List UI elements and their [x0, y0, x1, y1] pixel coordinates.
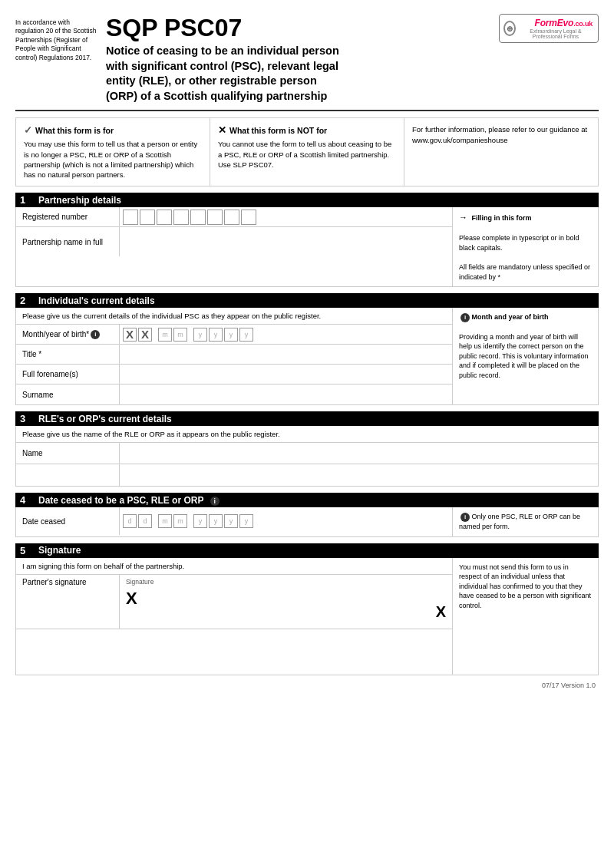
title-label: Title *	[16, 345, 120, 364]
logo-icon: ⊕	[503, 21, 516, 36]
date-ceased-label: Date ceased	[16, 507, 120, 535]
forename-input[interactable]	[123, 370, 449, 378]
reg-box-1[interactable]	[123, 210, 138, 225]
surname-row: Surname	[16, 384, 452, 404]
info-circle-icon[interactable]: i	[91, 330, 100, 339]
title-field[interactable]	[120, 345, 452, 364]
reg-box-7[interactable]	[224, 210, 239, 225]
s3-extra-row	[16, 464, 598, 486]
section-5-body: I am signing this form on behalf of the …	[15, 558, 599, 675]
title-row: Title *	[16, 345, 452, 365]
sig-note: I am signing this form on behalf of the …	[16, 558, 452, 575]
x-icon: ✕	[218, 124, 226, 136]
month-m2[interactable]: m	[173, 328, 187, 342]
logo: ⊕ FormEvo.co.uk Extraordinary Legal & Pr…	[499, 14, 599, 43]
section-2-header: 2 Individual's current details	[15, 293, 599, 308]
date-y2[interactable]: y	[209, 514, 223, 528]
s3-extra-field[interactable]	[120, 464, 598, 486]
date-d1[interactable]: d	[123, 514, 137, 528]
s2-sidenote-title: Month and year of birth	[472, 313, 549, 321]
surname-input[interactable]	[123, 391, 449, 399]
info-col-2: ✕ What this form is NOT for You cannot u…	[210, 118, 404, 186]
section-5-header: 5 Signature	[15, 543, 599, 558]
s3-name-input[interactable]	[123, 449, 595, 457]
section-5: 5 Signature I am signing this form on be…	[15, 543, 599, 675]
date-y3[interactable]: y	[224, 514, 238, 528]
section-2-info-note: Please give us the current details of th…	[16, 308, 452, 325]
s3-name-label: Name	[16, 443, 120, 464]
section-4-main: Date ceased d d m m y y y y	[16, 507, 452, 536]
section-5-sidenote: You must not send this form to us in res…	[452, 558, 598, 675]
section-4-num: 4	[20, 494, 32, 506]
partnership-name-field[interactable]	[120, 227, 452, 256]
reg-box-8[interactable]	[241, 210, 256, 225]
date-d2[interactable]: d	[138, 514, 152, 528]
s5-sidenote-body: You must not send this form to us in res…	[459, 563, 591, 609]
section-1-num: 1	[20, 194, 32, 206]
sidenote-body1: Please complete in typescript or in bold…	[459, 234, 579, 252]
s3-extra-label	[16, 464, 120, 486]
sig-x-left: X	[126, 589, 446, 609]
s4-sidenote-body: Only one PSC, RLE or ORP can be named pe…	[459, 513, 580, 530]
reg-box-2[interactable]	[140, 210, 155, 225]
form-code: SQP PSC07	[106, 14, 493, 42]
title-input[interactable]	[123, 350, 449, 358]
info-col-1-title: ✓ What this form is for	[24, 124, 202, 136]
section-2: 2 Individual's current details Please gi…	[15, 293, 599, 405]
header: In accordance with regulation 20 of the …	[15, 14, 599, 104]
info-col-3-body: For further information, please refer to…	[412, 124, 590, 145]
logo-text: FormEvo.co.uk	[519, 18, 593, 28]
section-3-header: 3 RLE's or ORP's current details	[15, 411, 599, 426]
s3-extra-input[interactable]	[123, 471, 595, 480]
logo-sub: Extraordinary Legal & Professional Forms	[519, 28, 593, 39]
section-1-sidenote: → Filling in this form Please complete i…	[452, 207, 598, 286]
partnership-name-input[interactable]	[123, 238, 449, 246]
month-m1[interactable]: m	[158, 328, 172, 342]
reg-box-6[interactable]	[207, 210, 223, 225]
date-m1[interactable]: m	[158, 514, 172, 528]
reg-box-4[interactable]	[173, 210, 189, 225]
partnership-name-row: Partnership name in full	[16, 227, 452, 256]
partnership-name-label: Partnership name in full	[16, 227, 120, 256]
month-year-boxes: X X m m y y y y	[123, 328, 253, 342]
section-5-main: I am signing this form on behalf of the …	[16, 558, 452, 675]
partner-sig-field[interactable]: Signature X X	[120, 575, 452, 629]
date-ceased-row: Date ceased d d m m y y y y	[16, 507, 452, 535]
section-4-info-icon[interactable]: i	[210, 497, 220, 506]
partner-sig-label: Partner's signature	[16, 575, 120, 629]
month-y1[interactable]: y	[193, 328, 207, 342]
info-col-2-body: You cannot use the form to tell us about…	[218, 139, 396, 170]
month-y2[interactable]: y	[209, 328, 223, 342]
date-m2[interactable]: m	[173, 514, 187, 528]
section-1-body: Registered number	[15, 207, 599, 287]
s2-sidenote-body: Providing a month and year of birth will…	[459, 333, 588, 379]
footer-version: 07/17 Version 1.0	[542, 682, 596, 689]
month-y4[interactable]: y	[239, 328, 253, 342]
s4-info-circle-icon: i	[460, 513, 470, 522]
section-3-title: RLE's or ORP's current details	[38, 414, 172, 424]
month-y3[interactable]: y	[224, 328, 238, 342]
date-ceased-field: d d m m y y y y	[120, 507, 452, 535]
info-circle-2-icon: i	[460, 313, 470, 322]
s3-name-field[interactable]	[120, 443, 598, 464]
month-x2[interactable]: X	[138, 328, 152, 342]
info-col-1: ✓ What this form is for You may use this…	[16, 118, 210, 186]
reg-box-3[interactable]	[157, 210, 172, 225]
month-x1[interactable]: X	[123, 328, 137, 342]
title-block: SQP PSC07 Notice of ceasing to be an ind…	[106, 14, 493, 104]
month-year-label: Month/year of birth* i	[16, 325, 120, 344]
s3-name-row: Name	[16, 443, 598, 464]
reg-box-5[interactable]	[190, 210, 206, 225]
surname-field[interactable]	[120, 384, 452, 404]
forename-field[interactable]	[120, 365, 452, 384]
section-1-title: Partnership details	[38, 195, 121, 206]
section-5-title: Signature	[38, 545, 81, 556]
sig-x-right: X	[436, 603, 446, 621]
info-col-2-title: ✕ What this form is NOT for	[218, 124, 396, 136]
date-y1[interactable]: y	[193, 514, 207, 528]
date-y4[interactable]: y	[239, 514, 253, 528]
reg-number-row: Registered number	[16, 207, 452, 227]
info-col-3: For further information, please refer to…	[404, 118, 598, 186]
header-rule	[15, 110, 599, 111]
surname-label: Surname	[16, 384, 120, 404]
